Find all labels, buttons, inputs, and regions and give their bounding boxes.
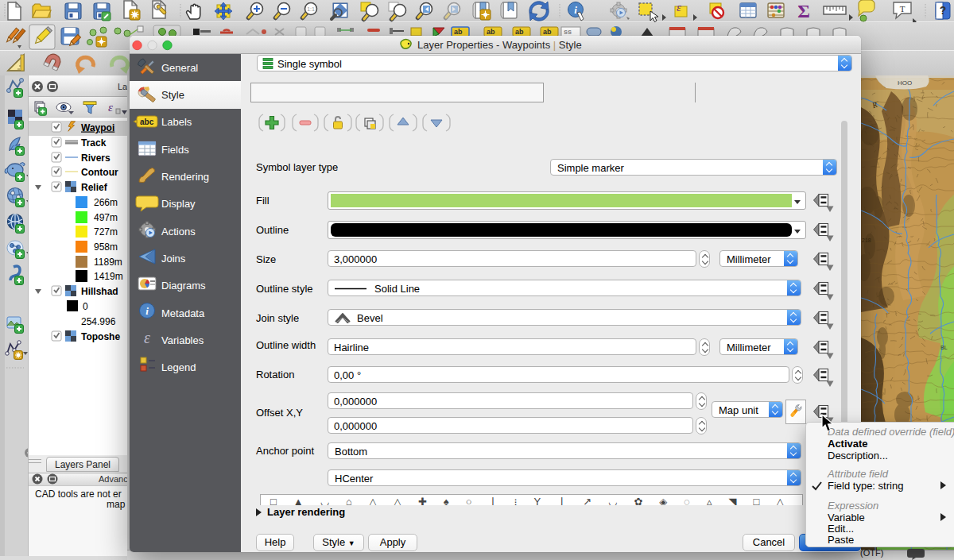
svg-text:i: i xyxy=(145,305,149,317)
svg-text:Legend: Legend xyxy=(161,361,196,373)
svg-text:Labels: Labels xyxy=(161,116,192,128)
svg-text:Diagrams: Diagrams xyxy=(161,280,206,292)
svg-text:Track: Track xyxy=(81,137,107,149)
svg-text:ab: ab xyxy=(515,28,524,36)
svg-text:Joins: Joins xyxy=(161,253,186,265)
svg-text:BL: BL xyxy=(940,345,948,350)
svg-text:727m: 727m xyxy=(94,226,118,238)
svg-text:Layer Properties - Waypoints |: Layer Properties - Waypoints | Style xyxy=(417,39,582,51)
svg-text:ab: ab xyxy=(454,28,463,36)
svg-text:ε: ε xyxy=(144,329,150,346)
svg-text:1:1: 1:1 xyxy=(307,6,315,12)
svg-text:ε: ε xyxy=(108,101,113,114)
svg-text:HOO: HOO xyxy=(898,79,912,87)
svg-text:Metadata: Metadata xyxy=(161,307,205,319)
svg-text:1189m: 1189m xyxy=(94,257,122,268)
svg-text:Rendering: Rendering xyxy=(161,171,209,183)
svg-text:T: T xyxy=(900,4,906,14)
svg-text:ss: ss xyxy=(564,28,572,36)
svg-text:?: ? xyxy=(940,4,947,17)
svg-text:ab: ab xyxy=(543,28,552,36)
svg-text:La: La xyxy=(118,82,127,91)
svg-text:ε: ε xyxy=(677,1,681,14)
svg-text:Σ: Σ xyxy=(797,1,810,21)
svg-text:Display: Display xyxy=(161,198,196,210)
svg-text:Fields: Fields xyxy=(161,144,189,156)
svg-text:1419m: 1419m xyxy=(94,271,123,282)
svg-text:266m: 266m xyxy=(94,197,118,208)
svg-text:Toposhe: Toposhe xyxy=(81,331,120,342)
svg-text:254.996: 254.996 xyxy=(81,316,116,327)
svg-text:Relief: Relief xyxy=(81,182,108,193)
svg-text:Contour: Contour xyxy=(81,167,118,178)
svg-text:abc: abc xyxy=(140,118,154,126)
svg-text:Hillshad: Hillshad xyxy=(81,286,118,297)
svg-text:218: 218 xyxy=(862,238,871,243)
svg-text:Actions: Actions xyxy=(161,226,196,238)
svg-text:Advance: Advance xyxy=(99,474,127,484)
svg-text:497m: 497m xyxy=(94,212,118,223)
svg-text:0: 0 xyxy=(83,301,88,312)
svg-text:i: i xyxy=(574,4,577,16)
svg-text:Rivers: Rivers xyxy=(81,153,111,164)
svg-text:General: General xyxy=(161,62,198,74)
svg-text:Style: Style xyxy=(161,89,184,101)
svg-text:ab: ab xyxy=(487,28,495,36)
svg-text:Waypoi: Waypoi xyxy=(81,122,114,133)
svg-text:958m: 958m xyxy=(94,241,118,253)
svg-text:Variables: Variables xyxy=(161,334,204,346)
